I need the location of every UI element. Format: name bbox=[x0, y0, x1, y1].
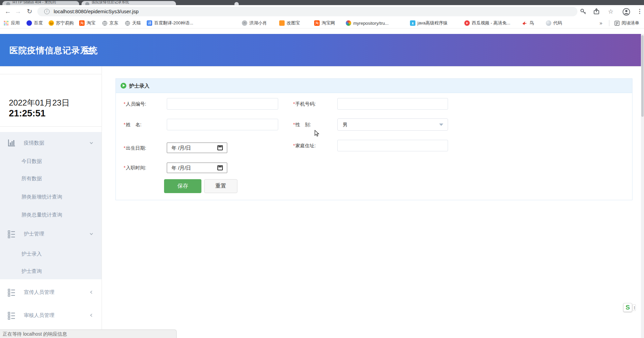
colorful-circle-icon bbox=[346, 20, 351, 26]
main-area: 护士录入 *人员编号: *手机号码: *姓 名: bbox=[102, 67, 644, 338]
chevron-left-icon bbox=[89, 290, 94, 295]
taobao-icon: 淘 bbox=[79, 20, 85, 26]
bookmark-apps[interactable]: 应用 bbox=[3, 18, 20, 28]
bookmark-myrepository[interactable]: myrepository/tru... bbox=[346, 18, 389, 28]
person-id-input[interactable] bbox=[167, 98, 278, 110]
required-mark: * bbox=[124, 122, 125, 127]
bookmark-baidu-translate[interactable]: 译 百度翻译-200种语... bbox=[147, 18, 193, 28]
profile-avatar-icon[interactable] bbox=[622, 8, 630, 15]
bookmark-star-icon[interactable]: ☆ bbox=[607, 8, 614, 15]
date-placeholder: 年 /月/日 bbox=[172, 165, 191, 171]
bookmark-label: 应用 bbox=[11, 20, 20, 26]
bookmark-suning[interactable]: ω 苏宁易购 bbox=[49, 18, 74, 28]
hire-date-label: *入职时间: bbox=[124, 163, 146, 173]
reading-list-label: 阅读清单 bbox=[622, 20, 639, 26]
sidebar-item-label: 审核人员管理 bbox=[24, 312, 54, 319]
bookmark-honghuxiaoxiao[interactable]: ᴖ 洪湖小肖 bbox=[242, 18, 267, 28]
reset-button[interactable]: 重置 bbox=[204, 179, 237, 193]
bookmark-code[interactable]: 代码 bbox=[546, 18, 562, 28]
name-input[interactable] bbox=[167, 119, 278, 130]
page-scrollbar-thumb[interactable] bbox=[641, 35, 644, 117]
person-id-label: *人员编号: bbox=[124, 98, 146, 110]
sidebar-item-nurse-query[interactable]: 护士查询 bbox=[0, 263, 102, 279]
sidebar-item-label: 护士查询 bbox=[21, 268, 42, 275]
reload-icon[interactable]: ↻ bbox=[24, 6, 35, 17]
tool-dots-icon[interactable]: ⋮ bbox=[632, 304, 636, 311]
bookmark-baidu[interactable]: 百度 bbox=[26, 18, 43, 28]
gender-select[interactable]: 男 bbox=[337, 118, 448, 131]
sidebar-item-label: 护士管理 bbox=[24, 231, 44, 237]
back-icon[interactable]: ← bbox=[3, 6, 13, 17]
bookmark-label: 百度 bbox=[34, 20, 43, 26]
browser-status-bubble: 正在等待 localhost 的响应信息 bbox=[0, 330, 177, 338]
orange-square-icon bbox=[279, 20, 285, 26]
nurse-entry-form: *人员编号: *手机号码: *姓 名: *性 别: bbox=[116, 93, 632, 200]
gender-label: *性 别: bbox=[293, 118, 311, 131]
hire-date-input[interactable]: 年 /月/日 bbox=[167, 163, 227, 173]
browser-tab-404[interactable]: HTTP Status 404 - 未找到 bbox=[2, 1, 79, 5]
sidebar-item-review-staff-management[interactable]: 审核人员管理 bbox=[0, 304, 102, 326]
sphere-icon bbox=[546, 20, 551, 26]
page-info-icon[interactable]: i bbox=[44, 9, 50, 14]
calendar-icon[interactable] bbox=[217, 145, 223, 150]
required-mark: * bbox=[293, 101, 295, 107]
browser-tab-hospital-system[interactable]: 医院疫情信息记录系统 bbox=[82, 1, 176, 5]
calendar-icon[interactable] bbox=[217, 165, 223, 170]
page-content: 2022年01月23日 21:25:51 疫情数据 今日数据 所有数据 肺 bbox=[0, 66, 644, 338]
birth-date-input[interactable]: 年 /月/日 bbox=[167, 143, 227, 153]
sidebar: 2022年01月23日 21:25:51 疫情数据 今日数据 所有数据 肺 bbox=[0, 67, 102, 338]
phone-input[interactable] bbox=[337, 98, 448, 110]
required-mark: * bbox=[124, 145, 125, 151]
sidebar-item-label: 疫情数据 bbox=[24, 140, 44, 146]
url-text[interactable]: localhost:8080/epidemicSys3/user.jsp bbox=[54, 8, 139, 14]
browser-menu-icon[interactable]: ⋮ bbox=[636, 8, 643, 15]
bookmark-tmall[interactable]: 天猫 bbox=[125, 18, 141, 28]
current-time: 21:25:51 bbox=[9, 108, 46, 119]
gender-selected-value: 男 bbox=[343, 122, 347, 127]
nurse-entry-card: 护士录入 *人员编号: *手机号码: *姓 名: bbox=[115, 78, 632, 200]
sidebar-item-today-data[interactable]: 今日数据 bbox=[0, 152, 102, 170]
bookmarks-overflow-icon[interactable]: » bbox=[600, 18, 602, 28]
sidebar-item-nurse-entry[interactable]: 护士录入 bbox=[0, 245, 102, 263]
reading-list-button[interactable]: 阅读清单 bbox=[614, 18, 639, 28]
forward-icon[interactable]: → bbox=[13, 6, 23, 17]
screenshot-tool-icon[interactable]: S ⋮ bbox=[623, 303, 636, 312]
tab-title: 医院疫情信息记录系统 bbox=[92, 1, 129, 5]
bookmark-label: java高级程序猿 bbox=[417, 20, 448, 26]
s-logo-icon[interactable]: S bbox=[623, 303, 632, 312]
address-bar[interactable]: i localhost:8080/epidemicSys3/user.jsp bbox=[37, 7, 577, 16]
bookmark-taobao-web[interactable]: 淘 淘宝网 bbox=[314, 18, 335, 28]
globe-icon bbox=[102, 20, 107, 26]
tab-strip: HTTP Status 404 - 未找到 医院疫情信息记录系统 bbox=[0, 0, 644, 5]
current-date: 2022年01月23日 bbox=[9, 97, 70, 108]
bookmark-jd[interactable]: 京东 bbox=[102, 18, 118, 28]
bookmark-label: 淘宝 bbox=[87, 20, 95, 26]
bookmark-label: myrepository/tru... bbox=[353, 21, 389, 26]
share-icon[interactable] bbox=[593, 8, 600, 15]
sidebar-item-epidemic-data[interactable]: 疫情数据 bbox=[0, 133, 102, 152]
bookmark-gaitubao[interactable]: 改图宝 bbox=[279, 18, 300, 28]
sidebar-item-nurse-management[interactable]: 护士管理 bbox=[0, 223, 102, 245]
bookmark-bird[interactable]: 鸟 bbox=[522, 18, 534, 28]
bookmark-java-programmer[interactable]: ᴥ java高级程序猿 bbox=[410, 18, 448, 28]
sidebar-item-pneumonia-new-stats[interactable]: 肺炎新增统计查询 bbox=[0, 187, 102, 207]
sidebar-item-publicity-staff-management[interactable]: 宣传人员管理 bbox=[0, 281, 102, 303]
bookmarks-bar: 应用 百度 ω 苏宁易购 淘 淘宝 京东 天猫 译 百度翻译-20 bbox=[0, 18, 644, 29]
save-button[interactable]: 保存 bbox=[164, 179, 201, 193]
page-scrollbar-track[interactable] bbox=[641, 34, 644, 338]
sidebar-item-all-data[interactable]: 所有数据 bbox=[0, 170, 102, 187]
browser-window: HTTP Status 404 - 未找到 医院疫情信息记录系统 ← → ↻ i… bbox=[0, 0, 644, 338]
password-key-icon[interactable] bbox=[579, 8, 587, 15]
chevron-left-icon bbox=[89, 313, 94, 318]
sidebar-item-label: 所有数据 bbox=[21, 175, 42, 182]
name-label: *姓 名: bbox=[124, 119, 141, 130]
sidebar-toggle-icon[interactable] bbox=[84, 48, 93, 54]
taobao-icon: 淘 bbox=[314, 20, 320, 26]
sidebar-item-pneumonia-total-stats[interactable]: 肺炎总量统计查询 bbox=[0, 207, 102, 223]
address-input[interactable] bbox=[337, 140, 448, 151]
suning-lion-icon: ω bbox=[49, 20, 54, 26]
bookmark-taobao[interactable]: 淘 淘宝 bbox=[79, 18, 95, 28]
status-text: 正在等待 localhost 的响应信息 bbox=[3, 331, 67, 337]
apps-grid-icon bbox=[3, 20, 9, 26]
bookmark-xigua-video[interactable]: 西瓜视频 - 高清免... bbox=[464, 18, 510, 28]
